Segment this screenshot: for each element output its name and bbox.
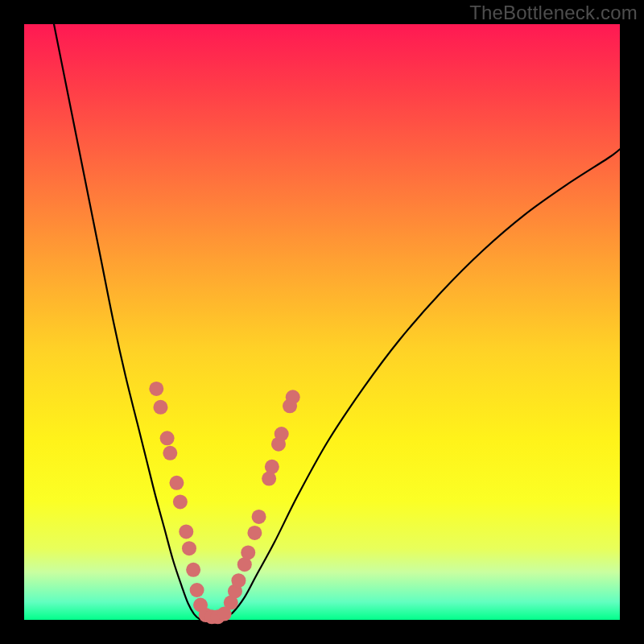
plot-area — [24, 24, 620, 620]
bottleneck-curve — [54, 24, 620, 620]
highlight-dot — [179, 524, 193, 539]
highlight-dot — [160, 431, 175, 445]
highlight-dot — [231, 573, 246, 588]
chart-svg — [24, 24, 620, 620]
highlight-dot — [252, 510, 266, 524]
highlight-dot — [182, 541, 196, 555]
highlight-dot — [247, 526, 262, 540]
highlight-dot — [186, 563, 200, 577]
chart-frame: TheBottleneck.com — [0, 0, 644, 644]
highlight-dot — [275, 427, 289, 441]
highlight-dot — [163, 446, 177, 460]
highlight-dot — [265, 460, 279, 474]
highlight-dot — [173, 494, 188, 509]
highlight-dot — [190, 583, 204, 597]
highlight-dot — [286, 390, 300, 404]
highlight-dots — [149, 382, 299, 624]
watermark-text: TheBottleneck.com — [469, 2, 638, 24]
highlight-dot — [169, 476, 184, 490]
highlight-dot — [153, 400, 167, 415]
highlight-dot — [149, 382, 163, 396]
highlight-dot — [241, 545, 255, 559]
